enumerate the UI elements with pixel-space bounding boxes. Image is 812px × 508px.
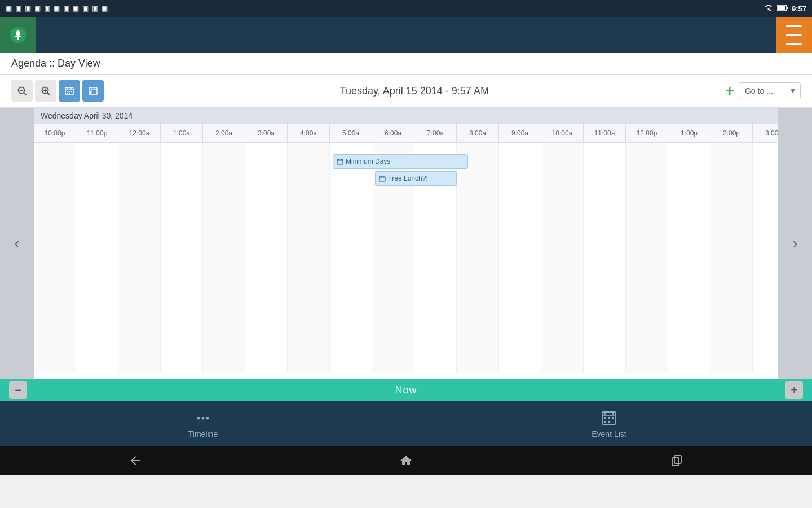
time-cell-8: 6:00a: [372, 124, 414, 142]
time-cell-2: 12:00a: [118, 124, 161, 142]
hour-col-13: [584, 143, 626, 373]
svg-line-11: [48, 93, 50, 95]
time-cell-3: 1:00a: [161, 124, 203, 142]
hour-col-16: [710, 143, 753, 373]
status-icons-right: 9:57: [764, 4, 806, 14]
nav-left-button[interactable]: ‹: [0, 108, 34, 379]
time-cell-10: 8:00a: [457, 124, 499, 142]
hour-col-4: [203, 143, 245, 373]
now-bar: − Now +: [0, 379, 812, 401]
status-icon-2: ▣: [15, 5, 21, 12]
app-icon: [0, 17, 36, 53]
hour-col-10: [457, 143, 499, 373]
time-cell-13: 11:00a: [584, 124, 626, 142]
toolbar-right: + Go to ... Today Tomorrow Next Week ▼: [725, 82, 801, 99]
now-label: Now: [395, 384, 417, 396]
svg-rect-44: [604, 417, 606, 419]
hour-col-14: [626, 143, 668, 373]
hour-col-7: [330, 143, 372, 373]
status-icon-1: ▣: [6, 5, 12, 12]
status-icon-8: ▣: [73, 5, 79, 12]
svg-rect-47: [604, 421, 606, 423]
status-icon-9: ▣: [82, 5, 89, 12]
status-time: 9:57: [792, 5, 806, 13]
now-plus-button[interactable]: +: [785, 381, 803, 399]
zoom-out-button[interactable]: [11, 80, 33, 102]
calendar-container: ‹ Wednesday April 30, 2014 10:00p11:00p1…: [0, 108, 812, 379]
svg-point-38: [202, 417, 205, 420]
time-row: 10:00p11:00p12:00a1:00a2:00a3:00a4:00a5:…: [34, 124, 778, 143]
svg-rect-22: [69, 93, 70, 94]
day-view-button[interactable]: 15: [82, 80, 104, 102]
hour-col-3: [161, 143, 203, 373]
bottom-nav: Timeline Event List: [0, 401, 812, 446]
time-cell-14: 12:00p: [626, 124, 668, 142]
svg-point-37: [197, 417, 200, 420]
hour-col-11: [499, 143, 541, 373]
hour-col-2: [118, 143, 161, 373]
timeline-nav-item[interactable]: Timeline: [169, 409, 237, 439]
time-cell-16: 2:00p: [710, 124, 753, 142]
status-icon-5: ▣: [44, 5, 50, 12]
svg-rect-5: [15, 36, 21, 37]
event-free-lunch-label: Free Lunch?!: [388, 174, 428, 182]
zoom-in-button[interactable]: [35, 80, 56, 102]
hour-col-6: [288, 143, 330, 373]
time-cell-7: 5:00a: [330, 124, 372, 142]
status-icons-left: ▣ ▣ ▣ ▣ ▣ ▣ ▣ ▣ ▣ ▣ ▣: [6, 5, 108, 12]
hamburger-line-1: [786, 25, 802, 27]
hamburger-line-2: [786, 34, 802, 36]
goto-select[interactable]: Go to ... Today Tomorrow Next Week: [739, 82, 801, 99]
month-view-button[interactable]: [59, 80, 80, 102]
svg-rect-29: [337, 159, 343, 164]
hour-col-17: [753, 143, 778, 373]
svg-rect-45: [608, 417, 610, 419]
status-bar: ▣ ▣ ▣ ▣ ▣ ▣ ▣ ▣ ▣ ▣ ▣ 9:57: [0, 0, 812, 17]
time-cell-1: 11:00p: [76, 124, 118, 142]
back-button[interactable]: [124, 449, 147, 472]
android-nav: [0, 446, 812, 475]
toolbar: 15 Tuesday, April 15 2014 - 9:57 AM + Go…: [0, 75, 812, 108]
hamburger-line-3: [786, 43, 802, 45]
home-button[interactable]: [395, 449, 417, 472]
hour-col-1: [76, 143, 118, 373]
time-cell-15: 1:00p: [668, 124, 710, 142]
page-title-bar: Agenda :: Day View: [0, 53, 812, 75]
page-title: Agenda :: Day View: [11, 58, 100, 69]
top-bar: [0, 17, 812, 53]
time-cell-12: 10:00a: [541, 124, 584, 142]
event-minimum-days[interactable]: Minimum Days: [333, 154, 468, 169]
status-icon-3: ▣: [25, 5, 31, 12]
svg-text:15: 15: [91, 91, 95, 95]
add-event-button[interactable]: +: [725, 83, 734, 99]
status-icon-7: ▣: [63, 5, 69, 12]
svg-rect-21: [67, 93, 68, 94]
nav-right-button[interactable]: ›: [778, 108, 812, 379]
svg-rect-48: [608, 421, 610, 423]
hour-col-12: [541, 143, 584, 373]
events-area: Minimum Days Free Lunch?!: [34, 143, 778, 373]
svg-point-39: [206, 417, 209, 420]
svg-rect-4: [16, 30, 20, 36]
svg-rect-19: [69, 91, 70, 92]
svg-rect-46: [612, 417, 614, 419]
timeline-nav-label: Timeline: [188, 430, 218, 439]
svg-line-8: [24, 93, 27, 95]
svg-rect-6: [17, 37, 19, 40]
time-cell-6: 4:00a: [288, 124, 330, 142]
status-icon-4: ▣: [34, 5, 41, 12]
goto-wrapper: Go to ... Today Tomorrow Next Week ▼: [739, 82, 801, 99]
svg-rect-49: [672, 458, 679, 466]
battery-icon: [777, 5, 788, 13]
event-minimum-days-label: Minimum Days: [346, 157, 390, 165]
event-free-lunch[interactable]: Free Lunch?!: [375, 171, 457, 186]
menu-button[interactable]: [776, 17, 812, 53]
svg-rect-1: [787, 7, 788, 9]
svg-rect-50: [674, 456, 681, 463]
time-cell-0: 10:00p: [34, 124, 76, 142]
time-cell-4: 2:00a: [203, 124, 245, 142]
event-list-nav-item[interactable]: Event List: [575, 409, 643, 439]
toolbar-left: 15: [11, 80, 104, 102]
recent-apps-button[interactable]: [665, 449, 688, 472]
now-minus-button[interactable]: −: [9, 381, 27, 399]
